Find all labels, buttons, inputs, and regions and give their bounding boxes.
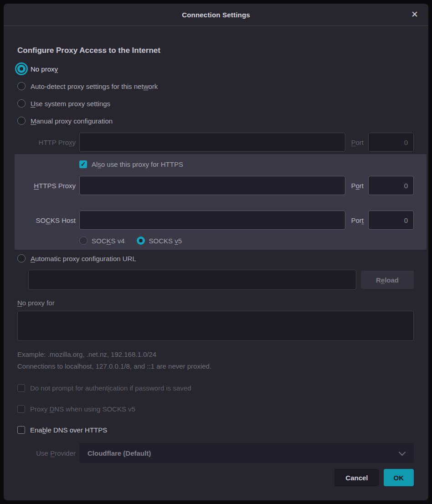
reload-button[interactable]: Reload bbox=[361, 271, 414, 289]
page-title: Configure Proxy Access to the Internet bbox=[17, 46, 414, 55]
socks-host-label: SOCKS Host bbox=[17, 216, 76, 224]
https-socks-highlight-section: ✓ Also use this proxy for HTTPS HTTPS Pr… bbox=[15, 154, 427, 250]
no-proxy-for-example: Example: .mozilla.org, .net.nz, 192.168.… bbox=[17, 350, 414, 358]
auth-prompt-row[interactable]: Do not prompt for authentication if pass… bbox=[17, 382, 414, 393]
auth-prompt-label: Do not prompt for authentication if pass… bbox=[30, 384, 191, 392]
dialog-titlebar: Connection Settings ✕ bbox=[4, 4, 428, 26]
auto-url-radio[interactable] bbox=[17, 254, 26, 262]
https-proxy-input[interactable] bbox=[79, 176, 345, 195]
auto-url-row: Reload bbox=[28, 270, 414, 290]
http-proxy-label: HTTP Proxy bbox=[17, 139, 76, 146]
never-proxied-note: Connections to localhost, 127.0.0.1/8, a… bbox=[17, 362, 414, 370]
radio-row-auto-url[interactable]: Automatic proxy configuration URL bbox=[17, 250, 414, 267]
no-proxy-radio[interactable] bbox=[17, 65, 26, 73]
socks-host-input[interactable] bbox=[79, 211, 345, 230]
provider-selected-value: Cloudflare (Default) bbox=[87, 449, 151, 457]
no-proxy-for-textarea[interactable] bbox=[17, 311, 414, 341]
auto-detect-radio[interactable] bbox=[17, 82, 26, 90]
https-port-label: Port bbox=[351, 182, 364, 190]
manual-proxy-radio[interactable] bbox=[17, 117, 26, 125]
manual-proxy-label: Manual proxy configuration bbox=[31, 117, 113, 125]
dialog-footer: Cancel OK bbox=[17, 469, 414, 486]
socks-port-input[interactable] bbox=[368, 211, 414, 230]
proxy-mode-radiogroup: No proxy Auto-detect proxy settings for … bbox=[17, 60, 414, 129]
http-proxy-input[interactable] bbox=[79, 133, 345, 152]
socks-v4-option[interactable]: SOCKS v4 bbox=[79, 237, 125, 245]
enable-doh-row[interactable]: Enable DNS over HTTPS bbox=[17, 424, 414, 435]
https-proxy-label: HTTPS Proxy bbox=[17, 182, 76, 190]
proxy-dns-checkbox[interactable] bbox=[17, 405, 25, 413]
connection-settings-dialog: Connection Settings ✕ Configure Proxy Ac… bbox=[4, 4, 428, 500]
socks-v5-radio[interactable] bbox=[137, 237, 145, 245]
http-port-label: Port bbox=[351, 139, 364, 146]
close-icon[interactable]: ✕ bbox=[411, 10, 418, 19]
https-port-input[interactable] bbox=[368, 176, 414, 195]
dialog-content: Configure Proxy Access to the Internet N… bbox=[4, 46, 428, 486]
chevron-down-icon bbox=[399, 449, 406, 456]
http-proxy-row: HTTP Proxy Port bbox=[17, 133, 414, 152]
radio-row-no-proxy[interactable]: No proxy bbox=[17, 60, 414, 77]
also-https-row[interactable]: ✓ Also use this proxy for HTTPS bbox=[79, 159, 414, 170]
socks-port-label: Port bbox=[351, 216, 364, 224]
http-port-input[interactable] bbox=[368, 133, 414, 152]
auth-prompt-checkbox[interactable] bbox=[17, 384, 25, 392]
socks-v4-label: SOCKS v4 bbox=[92, 237, 125, 245]
enable-doh-label: Enable DNS over HTTPS bbox=[30, 426, 107, 434]
socks-host-row: SOCKS Host Port bbox=[17, 211, 414, 230]
socks-version-radiogroup: SOCKS v4 SOCKS v5 bbox=[79, 236, 414, 246]
auto-url-label: Automatic proxy configuration URL bbox=[31, 255, 136, 262]
use-provider-label: Use Provider bbox=[17, 449, 76, 457]
auto-url-input[interactable] bbox=[28, 270, 356, 290]
provider-dropdown[interactable]: Cloudflare (Default) bbox=[79, 443, 414, 463]
radio-row-auto-detect[interactable]: Auto-detect proxy settings for this netw… bbox=[17, 77, 414, 95]
radio-row-system-proxy[interactable]: Use system proxy settings bbox=[17, 95, 414, 112]
no-proxy-label: No proxy bbox=[31, 65, 58, 73]
also-https-label: Also use this proxy for HTTPS bbox=[92, 160, 183, 168]
enable-doh-checkbox[interactable] bbox=[17, 426, 25, 434]
proxy-dns-row[interactable]: Proxy DNS when using SOCKS v5 bbox=[17, 403, 414, 414]
system-proxy-radio[interactable] bbox=[17, 99, 26, 108]
proxy-dns-label: Proxy DNS when using SOCKS v5 bbox=[30, 405, 135, 413]
also-https-checkbox[interactable]: ✓ bbox=[79, 160, 87, 168]
dialog-title: Connection Settings bbox=[182, 11, 250, 19]
socks-v4-radio[interactable] bbox=[79, 237, 87, 245]
ok-button[interactable]: OK bbox=[384, 469, 414, 486]
provider-row: Use Provider Cloudflare (Default) bbox=[17, 443, 414, 463]
cancel-button[interactable]: Cancel bbox=[334, 469, 379, 486]
system-proxy-label: Use system proxy settings bbox=[31, 100, 110, 108]
https-proxy-row: HTTPS Proxy Port bbox=[17, 176, 414, 195]
socks-v5-option[interactable]: SOCKS v5 bbox=[137, 237, 182, 245]
no-proxy-for-label: No proxy for bbox=[17, 299, 414, 307]
auto-detect-label: Auto-detect proxy settings for this netw… bbox=[31, 82, 158, 90]
socks-v5-label: SOCKS v5 bbox=[149, 237, 182, 245]
radio-row-manual-proxy[interactable]: Manual proxy configuration bbox=[17, 112, 414, 129]
